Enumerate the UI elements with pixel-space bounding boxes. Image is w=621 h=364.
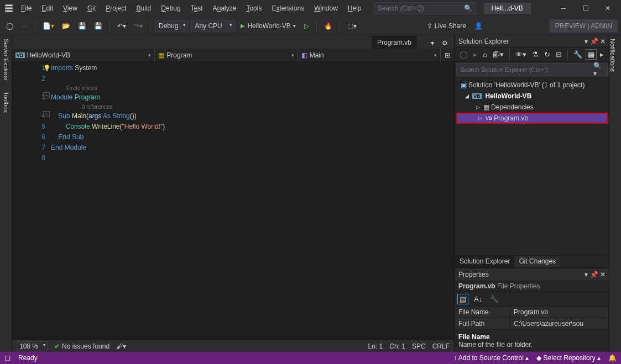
side-tab-server-explorer[interactable]: Server Explorer: [3, 39, 9, 81]
select-repository[interactable]: ◆ Select Repository ▴: [536, 354, 601, 362]
close-button[interactable]: ✕: [597, 0, 619, 17]
dependencies-node[interactable]: ▷ ▦ Dependencies: [455, 102, 609, 113]
solution-search[interactable]: 🔍▾: [456, 63, 608, 76]
menu-file[interactable]: File: [17, 2, 36, 14]
menu-analyze[interactable]: Analyze: [208, 2, 241, 14]
properties-panel: Properties ▾ 📌 ✕ Program.vb File Propert…: [455, 267, 609, 352]
nav-back-icon[interactable]: ◯: [3, 20, 16, 31]
live-share-button[interactable]: ⇪ Live Share: [424, 21, 469, 31]
nav-fwd-icon[interactable]: →: [18, 20, 30, 31]
bell-icon[interactable]: 🔔: [608, 354, 617, 362]
code-editor[interactable]: 💡 1 2 3 4 5 6 7 8 Imports System 0 refer…: [12, 62, 454, 340]
collapse-icon[interactable]: ⊟: [554, 49, 564, 60]
zoom-dropdown[interactable]: 100 %: [17, 341, 48, 351]
wrench-icon[interactable]: 🔧: [488, 294, 501, 304]
config-dropdown[interactable]: Debug: [155, 20, 189, 31]
dropdown-icon[interactable]: ▾: [585, 38, 588, 45]
side-tab-toolbox[interactable]: Toolbox: [3, 92, 9, 113]
nav-project-combo[interactable]: VB HelloWorld-VB: [12, 49, 155, 61]
new-item-icon[interactable]: 📄▾: [40, 20, 57, 31]
filter-icon[interactable]: ⚗: [530, 49, 541, 60]
fwd-icon[interactable]: ▸: [471, 49, 479, 60]
lineending-mode[interactable]: CRLF: [432, 342, 450, 350]
open-file-icon[interactable]: 📂: [59, 20, 73, 31]
expand-icon[interactable]: ▷: [478, 115, 484, 121]
global-search[interactable]: 🔍: [374, 2, 476, 14]
menu-debug[interactable]: Debug: [156, 2, 185, 14]
fold-icon[interactable]: −: [43, 92, 50, 98]
undo-icon[interactable]: ↶▾: [114, 20, 129, 31]
side-tab-notifications[interactable]: Notifications: [609, 39, 616, 72]
back-icon[interactable]: ◯: [457, 49, 470, 60]
tab-git-changes[interactable]: Git Changes: [514, 256, 560, 267]
brush-icon[interactable]: 🖌▾: [116, 342, 126, 350]
hot-reload-icon[interactable]: 🔥: [321, 20, 335, 31]
preview-admin-badge[interactable]: PREVIEW | ADMIN: [550, 19, 618, 33]
menu-git[interactable]: Git: [83, 2, 100, 14]
file-tab-program[interactable]: Program.vb: [372, 36, 417, 49]
sync-icon[interactable]: 👁▾: [513, 49, 529, 60]
menu-test[interactable]: Test: [186, 2, 207, 14]
expand-icon[interactable]: ▷: [476, 104, 482, 110]
nav-class-combo[interactable]: ▦ Program: [155, 49, 298, 61]
run-button[interactable]: ▶ HelloWorld-VB ▾: [237, 21, 299, 31]
feedback-icon[interactable]: 👤: [472, 20, 486, 31]
expand-icon[interactable]: ◢: [465, 93, 471, 99]
issues-indicator[interactable]: ✔ No issues found: [54, 342, 109, 350]
fold-icon[interactable]: −: [43, 111, 50, 117]
menu-tools[interactable]: Tools: [242, 2, 266, 14]
show-all-icon[interactable]: ▦: [586, 49, 597, 60]
caret-line[interactable]: Ln: 1: [368, 342, 383, 350]
alpha-sort-icon[interactable]: A↓: [472, 294, 484, 304]
minimize-button[interactable]: ─: [552, 0, 575, 17]
properties-object[interactable]: Program.vb File Properties: [455, 281, 609, 292]
switch-views-icon[interactable]: 🗐▾: [490, 49, 506, 60]
solution-node[interactable]: ▣ Solution 'HelloWorld-VB' (1 of 1 proje…: [455, 80, 609, 91]
lightbulb-icon[interactable]: 💡: [43, 63, 51, 73]
prop-value[interactable]: C:\Users\azureuser\sou: [510, 318, 609, 330]
menu-help[interactable]: Help: [343, 2, 366, 14]
indent-mode[interactable]: SPC: [412, 342, 426, 350]
save-all-icon[interactable]: 💾: [91, 20, 105, 31]
menu-edit[interactable]: Edit: [37, 2, 58, 14]
prop-key: File Name: [455, 307, 510, 318]
split-icon[interactable]: ⊞: [441, 49, 454, 61]
preview-icon[interactable]: ▸: [598, 49, 606, 60]
redo-icon[interactable]: ↷▾: [131, 20, 145, 31]
home-icon[interactable]: ⌂: [481, 49, 489, 60]
platform-dropdown[interactable]: Any CPU: [191, 20, 235, 31]
file-node-program[interactable]: ▷ VB Program.vb: [456, 113, 608, 124]
step-icon[interactable]: ⬚▾: [345, 20, 359, 31]
categorized-icon[interactable]: ▤: [457, 294, 468, 304]
refresh-icon[interactable]: ↻: [542, 49, 552, 60]
codelens-refs[interactable]: 0 references: [51, 84, 454, 92]
search-icon: 🔍: [464, 4, 472, 12]
project-node[interactable]: ◢ VB HelloWorld-VB: [455, 91, 609, 102]
dropdown-icon[interactable]: ▾: [585, 271, 588, 278]
tab-dropdown-icon[interactable]: ▾: [428, 38, 437, 49]
close-icon[interactable]: ✕: [600, 271, 606, 278]
pin-icon[interactable]: 📌: [590, 38, 598, 45]
nav-member-combo[interactable]: ◧ Main: [298, 49, 441, 61]
run-noddebug-icon[interactable]: ▷: [301, 20, 312, 31]
menu-build[interactable]: Build: [132, 2, 156, 14]
solution-search-input[interactable]: [460, 66, 593, 73]
prop-value[interactable]: Program.vb: [510, 307, 609, 318]
global-search-input[interactable]: [378, 4, 464, 12]
properties-icon[interactable]: 🔧: [571, 49, 585, 60]
caret-col[interactable]: Ch: 1: [389, 342, 405, 350]
menu-window[interactable]: Window: [310, 2, 342, 14]
tab-gear-icon[interactable]: ⚙: [439, 38, 451, 49]
tab-solution-explorer[interactable]: Solution Explorer: [455, 256, 514, 267]
properties-title: Properties: [458, 271, 489, 278]
add-source-control[interactable]: ↑ Add to Source Control ▴: [453, 354, 529, 362]
save-icon[interactable]: 💾: [75, 20, 89, 31]
maximize-button[interactable]: ☐: [575, 0, 597, 17]
menu-extensions[interactable]: Extensions: [267, 2, 309, 14]
solution-explorer-toolbar: ◯ ▸ ⌂ 🗐▾ 👁▾ ⚗ ↻ ⊟ 🔧 ▦ ▸: [455, 48, 609, 62]
codelens-refs[interactable]: 0 references: [51, 103, 454, 111]
menu-view[interactable]: View: [59, 2, 82, 14]
close-icon[interactable]: ✕: [600, 38, 606, 45]
pin-icon[interactable]: 📌: [590, 271, 598, 278]
menu-project[interactable]: Project: [101, 2, 131, 14]
